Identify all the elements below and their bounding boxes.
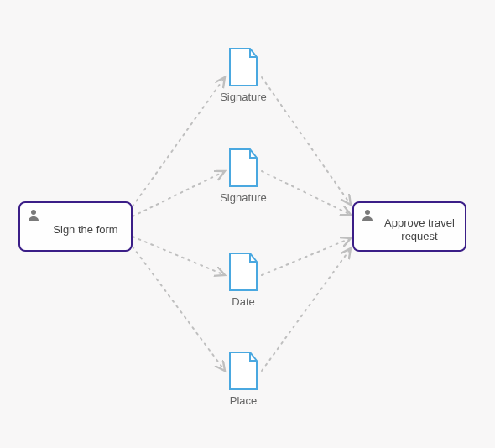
task-label: Approve travel request [376, 216, 463, 242]
document-icon [227, 47, 260, 87]
svg-line-2 [133, 237, 225, 275]
document-icon [227, 252, 260, 292]
document-label: Signature [193, 191, 294, 204]
user-icon [27, 208, 40, 224]
svg-point-8 [31, 210, 36, 215]
svg-point-9 [365, 210, 370, 215]
svg-line-7 [262, 248, 351, 371]
document-node-place[interactable]: Place [227, 351, 260, 391]
svg-line-6 [262, 238, 351, 275]
document-node-signature-2[interactable]: Signature [227, 148, 260, 188]
document-label: Date [193, 295, 294, 308]
svg-line-3 [133, 247, 225, 371]
task-node-approve-travel-request[interactable]: Approve travel request [352, 201, 466, 252]
document-node-date[interactable]: Date [227, 252, 260, 292]
document-label: Signature [193, 91, 294, 103]
document-label: Place [193, 394, 294, 407]
document-icon [227, 148, 260, 188]
task-node-sign-the-form[interactable]: Sign the form [18, 201, 133, 252]
task-label: Sign the form [42, 223, 129, 237]
user-icon [361, 208, 374, 224]
document-node-signature-1[interactable]: Signature [227, 47, 260, 87]
diagram-canvas: Sign the form Approve travel request Sig… [0, 0, 495, 448]
document-icon [227, 351, 260, 391]
